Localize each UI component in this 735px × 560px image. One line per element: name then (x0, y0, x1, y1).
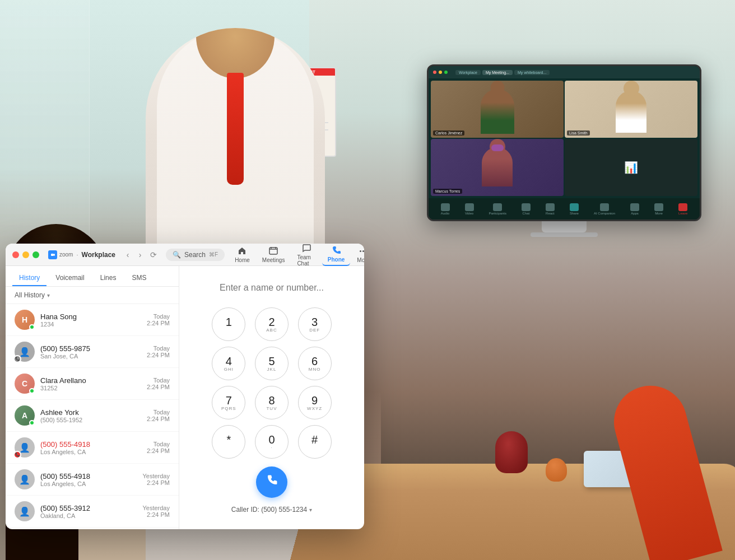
call-hour: 2:24 PM (147, 416, 170, 422)
container-orange (546, 458, 567, 482)
call-date: Today (147, 313, 170, 320)
call-info: (500) 555-4918 Los Angeles, CA (40, 472, 137, 487)
tv-ctrl-chat: Chat (522, 203, 531, 215)
caller-subtitle: 1234 (40, 321, 141, 328)
dial-key-2[interactable]: 2 ABC (255, 307, 289, 341)
call-info: Hana Song 1234 (40, 312, 141, 328)
call-item[interactable]: 👤 📞 (500) 555-9875 San Jose, CA Today 2:… (6, 336, 179, 368)
call-info: (500) 555-9875 San Jose, CA (40, 344, 141, 360)
dial-key-6[interactable]: 6 MNO (298, 347, 332, 380)
call-item[interactable]: 👤 📞 (500) 555-4918 Los Angeles, CA Today… (6, 432, 179, 464)
close-button[interactable] (12, 251, 19, 258)
tab-lines[interactable]: Lines (94, 270, 123, 286)
call-info: (500) 555-3912 Oakland, CA (40, 504, 137, 519)
call-button[interactable] (256, 466, 287, 498)
maximize-button[interactable] (32, 251, 39, 258)
video-cell-4: 📊 (565, 139, 697, 196)
number-input[interactable] (190, 277, 353, 298)
nav-team-chat-label: Team Chat (297, 254, 315, 267)
call-time: Today 2:24 PM (147, 441, 170, 454)
call-time: Yesterday 2:24 PM (142, 505, 170, 518)
tv-ctrl-audio: Audio (441, 203, 450, 215)
dial-key-8[interactable]: 8 TUV (255, 386, 289, 419)
tv-base (531, 232, 598, 237)
call-history-panel: History Voicemail Lines SMS All History … (6, 266, 179, 529)
participant-name-3: Marcus Torres (433, 189, 462, 194)
nav-home[interactable]: Home (229, 244, 255, 265)
svg-rect-1 (51, 254, 54, 256)
caller-id[interactable]: Caller ID: (500) 555-1234 ▾ (231, 506, 312, 514)
minimize-button[interactable] (22, 251, 29, 258)
online-status-dot (29, 324, 35, 330)
caller-name: (500) 555-4918 (40, 472, 137, 480)
call-date: Today (147, 377, 170, 384)
history-filter[interactable]: All History ▾ (6, 287, 179, 304)
tv-ctrl-participants: Participants (489, 203, 506, 215)
dial-key-7[interactable]: 7 PQRS (212, 386, 245, 419)
call-item[interactable]: 👤 (500) 555-3912 Oakland, CA Yesterday 2… (6, 496, 179, 528)
tv-tab-workplace: Workplace (455, 70, 481, 75)
history-icon[interactable]: ⟳ (150, 249, 157, 261)
tab-history[interactable]: History (12, 270, 46, 286)
call-hour: 2:24 PM (147, 447, 170, 454)
avatar-hana-song: H (15, 310, 35, 330)
participant-name-2: Lisa Smith (567, 130, 590, 136)
dial-key-5[interactable]: 5 JKL (255, 347, 289, 380)
nav-back-button[interactable]: ‹ (122, 249, 133, 260)
nav-phone[interactable]: Phone (322, 244, 351, 266)
nav-meetings[interactable]: Meetings (257, 244, 291, 265)
phone-badge-icon: 📞 (13, 355, 21, 363)
call-info: Clara Arellano 31252 (40, 376, 141, 391)
avatar-generic-1: 👤 📞 (15, 342, 35, 362)
dial-key-hash[interactable]: # (298, 425, 332, 459)
call-item[interactable]: A Ashlee York (500) 555-1952 Today 2:24 … (6, 400, 179, 432)
call-item[interactable]: 👤 (500) 555-9318 San Francisco, CA 2/2/1… (6, 528, 179, 529)
call-date: Yesterday (142, 473, 170, 479)
tv-ctrl-apps: Apps (630, 203, 639, 215)
tab-sms[interactable]: SMS (125, 270, 153, 286)
top-nav: Home Meetings (229, 244, 364, 269)
avatar-generic-4: 👤 (15, 501, 35, 521)
phone-icon (331, 245, 341, 255)
dial-key-9[interactable]: 9 WXYZ (298, 386, 332, 419)
tv-ctrl-react: React (546, 203, 555, 215)
nav-forward-button[interactable]: › (134, 249, 146, 260)
caller-id-text: Caller ID: (500) 555-1234 (231, 506, 307, 514)
call-button-icon (266, 474, 278, 490)
dial-key-4[interactable]: 4 GHI (212, 347, 245, 380)
conference-table-area (309, 381, 735, 560)
call-date: Yesterday (142, 505, 170, 511)
call-hour: 2:24 PM (142, 479, 170, 486)
dial-key-0[interactable]: 0 · (255, 425, 289, 459)
call-item[interactable]: 👤 (500) 555-4918 Los Angeles, CA Yesterd… (6, 464, 179, 496)
call-hour: 2:24 PM (147, 352, 170, 358)
window-controls (12, 251, 39, 258)
nav-more[interactable]: More (351, 244, 364, 265)
search-icon: 🔍 (173, 251, 181, 259)
zoom-titlebar: zoom · Workplace ‹ › ⟳ 🔍 Search ⌘F (6, 244, 364, 266)
avatar-clara: C (15, 374, 35, 394)
vase-dark (495, 431, 528, 473)
call-list: H Hana Song 1234 Today 2:24 PM 👤 (6, 304, 179, 529)
tab-voicemail[interactable]: Voicemail (49, 270, 91, 286)
dial-key-star[interactable]: * (212, 425, 245, 459)
nav-phone-label: Phone (328, 256, 345, 263)
zoom-wordmark: zoom (59, 251, 73, 258)
avatar-generic-3: 👤 (15, 469, 35, 489)
call-button-wrapper (256, 466, 287, 498)
tv-ctrl-more: More (654, 203, 663, 215)
dial-key-3[interactable]: 3 DEF (298, 307, 332, 341)
call-item[interactable]: H Hana Song 1234 Today 2:24 PM (6, 304, 179, 336)
search-label: Search (184, 251, 206, 259)
tv-stand (542, 221, 587, 232)
call-hour: 2:24 PM (142, 511, 170, 518)
dial-key-1[interactable]: 1 (212, 307, 245, 341)
call-item[interactable]: C Clara Arellano 31252 Today 2:24 PM (6, 368, 179, 400)
nav-more-label: More (357, 257, 364, 263)
video-cell-2: Lisa Smith (565, 81, 697, 138)
phone-tabs: History Voicemail Lines SMS (6, 266, 179, 287)
nav-team-chat[interactable]: Team Chat (291, 244, 320, 269)
search-shortcut: ⌘F (209, 251, 218, 258)
app-name-label: Workplace (82, 251, 115, 259)
search-bar[interactable]: 🔍 Search ⌘F (166, 249, 225, 261)
